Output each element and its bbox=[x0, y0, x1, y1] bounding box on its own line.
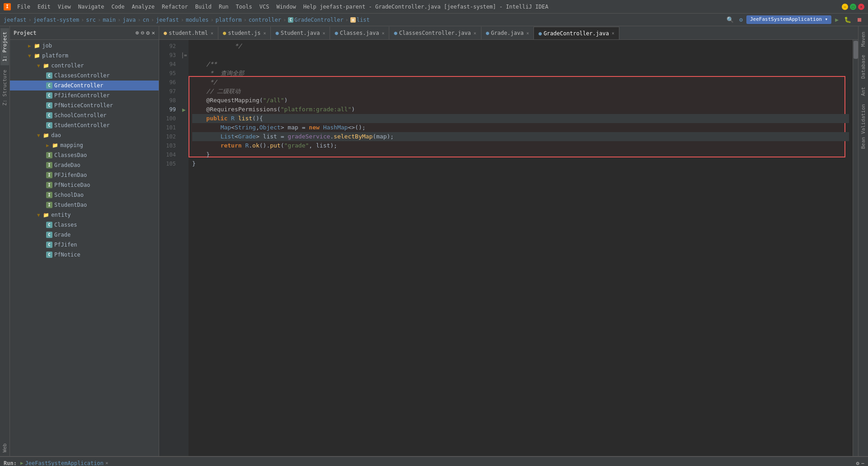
breadcrumb-controller[interactable]: controller bbox=[249, 17, 281, 23]
breadcrumb-jeefast[interactable]: jeefast bbox=[4, 17, 27, 23]
nav-stop-btn[interactable]: ⏹ bbox=[855, 15, 864, 24]
tree-item-pfnoticedao[interactable]: I PfNoticeDao bbox=[10, 180, 159, 190]
run-minimize-icon[interactable]: − bbox=[861, 460, 864, 466]
breadcrumb-modules[interactable]: modules bbox=[186, 17, 209, 23]
tab-close-student-java[interactable]: × bbox=[322, 31, 325, 36]
nav-search-icon[interactable]: 🔍 bbox=[725, 15, 736, 24]
tab-gradecontroller[interactable]: ● GradeController.java × bbox=[534, 27, 619, 39]
tree-item-studentdao[interactable]: I StudentDao bbox=[10, 200, 159, 210]
menu-navigate[interactable]: Navigate bbox=[75, 2, 108, 12]
tab-student-java[interactable]: ● Student.java × bbox=[271, 27, 330, 39]
menu-code[interactable]: Code bbox=[108, 2, 128, 12]
tree-item-studentcontroller[interactable]: C StudentController bbox=[10, 120, 159, 130]
menu-refactor[interactable]: Refactor bbox=[158, 2, 192, 12]
breadcrumb-platform[interactable]: platform bbox=[216, 17, 242, 23]
breadcrumb: jeefast › jeefast-system › src › main › … bbox=[0, 14, 868, 26]
menu-view[interactable]: View bbox=[54, 2, 75, 12]
breadcrumb-jeefast2[interactable]: jeefast bbox=[156, 17, 179, 23]
tree-item-pfnoticecontroller[interactable]: C PfNoticeController bbox=[10, 100, 159, 110]
vtab-ant[interactable]: Ant bbox=[859, 83, 868, 100]
menu-build[interactable]: Build bbox=[192, 2, 215, 12]
menu-file[interactable]: File bbox=[14, 2, 34, 12]
breadcrumb-method[interactable]: m list bbox=[350, 16, 370, 24]
tree-item-dao[interactable]: ▼ 📁 dao bbox=[10, 130, 159, 140]
code-content[interactable]: */ /** * 查询全部 */ bbox=[189, 40, 853, 456]
tree-label-entity: entity bbox=[51, 212, 71, 218]
breadcrumb-java[interactable]: java bbox=[123, 17, 136, 23]
tree-item-job[interactable]: ▶ 📁 job bbox=[10, 41, 159, 51]
code-paren-100: (){ bbox=[252, 114, 263, 123]
vtab-maven[interactable]: Maven bbox=[859, 28, 868, 50]
line-num-96: 96 bbox=[159, 78, 179, 87]
breadcrumb-src[interactable]: src bbox=[86, 17, 96, 23]
vtab-database[interactable]: Database bbox=[859, 51, 868, 82]
gutter-100 bbox=[179, 114, 189, 123]
tab-close-classes[interactable]: × bbox=[382, 31, 384, 36]
run-app-close[interactable]: × bbox=[105, 460, 108, 466]
sidebar-collapse-icon[interactable]: ⊖ bbox=[141, 29, 145, 36]
tab-close-student-html[interactable]: × bbox=[211, 31, 213, 36]
nav-debug-btn[interactable]: 🐛 bbox=[842, 15, 853, 24]
menu-window[interactable]: Window bbox=[273, 2, 299, 12]
menu-analyze[interactable]: Analyze bbox=[128, 2, 158, 12]
tree-item-pfnotice[interactable]: C PfNotice bbox=[10, 250, 159, 260]
tab-grade-java[interactable]: ● Grade.java × bbox=[481, 27, 534, 39]
tab-classes-java[interactable]: ● Classes.java × bbox=[330, 27, 389, 39]
tree-item-gradecontroller[interactable]: C GradeController bbox=[10, 81, 159, 90]
vtab-bean-validation[interactable]: Bean Validation bbox=[859, 100, 868, 152]
tree-label-job: job bbox=[42, 43, 52, 49]
close-button[interactable]: × bbox=[858, 4, 864, 10]
scrollbar-thumb[interactable] bbox=[854, 41, 858, 59]
tab-close-student-js[interactable]: × bbox=[263, 31, 266, 36]
menu-help[interactable]: Help bbox=[300, 2, 320, 12]
menu-vcs[interactable]: VCS bbox=[256, 2, 273, 12]
gutter-fold-icon[interactable]: │= bbox=[181, 52, 187, 58]
tree-item-mapping[interactable]: ▶ 📁 mapping bbox=[10, 140, 159, 150]
nav-settings-icon[interactable]: ⚙ bbox=[737, 15, 745, 24]
code-line-104: } bbox=[192, 150, 849, 159]
tree-item-classes[interactable]: C Classes bbox=[10, 220, 159, 230]
breadcrumb-main[interactable]: main bbox=[103, 17, 116, 23]
tree-item-grade[interactable]: C Grade bbox=[10, 230, 159, 240]
vtab-web[interactable]: Web bbox=[0, 440, 9, 456]
menu-run[interactable]: Run bbox=[215, 2, 232, 12]
menu-edit[interactable]: Edit bbox=[34, 2, 54, 12]
sidebar-expand-icon[interactable]: ⊕ bbox=[136, 29, 139, 36]
run-label: Run: bbox=[4, 460, 17, 466]
tree-item-schooldao[interactable]: I SchoolDao bbox=[10, 190, 159, 200]
breadcrumb-system[interactable]: jeefast-system bbox=[33, 17, 79, 23]
class-icon-student: C bbox=[46, 122, 52, 128]
nav-run-config[interactable]: JeeFastSystemApplication ▾ bbox=[746, 15, 831, 24]
tree-item-gradedao[interactable]: I GradeDao bbox=[10, 160, 159, 170]
nav-run-btn[interactable]: ▶ bbox=[833, 15, 840, 24]
tab-student-html[interactable]: ● student.html × bbox=[159, 27, 218, 39]
tree-item-pfjifen[interactable]: C PfJifen bbox=[10, 240, 159, 250]
maximize-button[interactable]: □ bbox=[850, 4, 856, 10]
breadcrumb-cn[interactable]: cn bbox=[142, 17, 149, 23]
tree-item-pfjifendao[interactable]: I PFJifenDao bbox=[10, 170, 159, 180]
sidebar-close-icon[interactable]: × bbox=[151, 29, 155, 36]
run-header: Run: ▶ JeeFastSystemApplication × ⚙ − bbox=[0, 457, 868, 466]
tab-student-js[interactable]: ● student.js × bbox=[218, 27, 271, 39]
menu-tools[interactable]: Tools bbox=[232, 2, 256, 12]
tree-item-platform[interactable]: ▼ 📁 platform bbox=[10, 51, 159, 61]
vtab-project[interactable]: 1: Project bbox=[0, 28, 9, 65]
run-gutter-icon[interactable]: ▶ bbox=[182, 106, 186, 113]
tree-item-classesdao[interactable]: I ClassesDao bbox=[10, 150, 159, 160]
sidebar-settings-icon[interactable]: ⚙ bbox=[146, 29, 150, 36]
minimize-button[interactable]: − bbox=[842, 4, 848, 10]
vtab-structure[interactable]: Z: Structure bbox=[0, 66, 9, 109]
code-annot-99: RequiresPermissions bbox=[210, 105, 277, 114]
tree-item-controller[interactable]: ▼ 📁 controller bbox=[10, 61, 159, 71]
tab-close-classescontroller[interactable]: × bbox=[474, 31, 476, 36]
tree-item-classescontroller[interactable]: C ClassesController bbox=[10, 71, 159, 81]
tree-item-pfjifencontroller[interactable]: C PfJifenController bbox=[10, 90, 159, 100]
run-settings-icon[interactable]: ⚙ bbox=[856, 460, 859, 466]
code-at-98: @ bbox=[192, 96, 210, 105]
tab-close-grade[interactable]: × bbox=[526, 31, 529, 36]
tree-item-entity[interactable]: ▼ 📁 entity bbox=[10, 210, 159, 220]
tree-item-schoolcontroller[interactable]: C SchoolController bbox=[10, 110, 159, 120]
tab-classescontroller[interactable]: ● ClassesController.java × bbox=[389, 27, 481, 39]
tab-close-gradecontroller[interactable]: × bbox=[612, 31, 614, 36]
breadcrumb-gradecontroller[interactable]: C GradeController bbox=[288, 16, 343, 24]
